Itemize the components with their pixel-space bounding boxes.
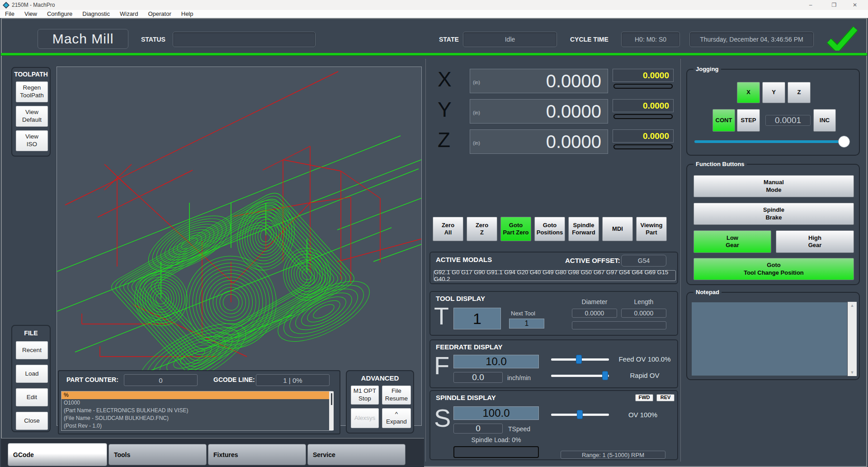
dro-z-value[interactable]: (in) 0.0000 [470,129,608,154]
spindle-fwd-button[interactable]: FWD [635,394,653,401]
dro-z-loadbar [613,144,673,149]
menu-configure[interactable]: Configure [42,10,77,18]
rapid-ov-slider-thumb[interactable] [602,371,608,380]
datetime-field: Thursday, December 04, 3:46:56 PM [689,32,814,47]
tool-t-letter: T [434,304,449,328]
view-default-button[interactable]: View Default [16,106,48,127]
m1-opt-stop-button[interactable]: M1 OPT Stop [351,386,379,405]
gcode-line-label: GCODE LINE: [213,376,255,383]
gcode-list-line[interactable]: O1000 [61,399,332,407]
maximize-button[interactable]: ❐ [824,0,844,10]
jog-cont-button[interactable]: CONT [712,109,735,132]
status-label: STATUS [141,32,165,47]
jog-axis-x-button[interactable]: X [737,82,760,103]
notepad-scrollbar[interactable]: ▲ ▼ [848,302,857,376]
manual-mode-button[interactable]: Manual Mode [693,175,854,197]
dro-x-dtg: 0.0000 [613,69,674,82]
spindle-rev-button[interactable]: REV [656,394,675,401]
gcode-list-line[interactable]: (Post Rev - 1.0) [61,422,332,430]
status-ok-checkmark-icon [826,26,858,51]
scroll-up-icon[interactable]: ▲ [848,302,857,309]
spindle-load-bar [453,446,539,458]
jog-step-button[interactable]: STEP [737,109,760,132]
spindle-brake-button[interactable]: Spindle Brake [693,203,854,225]
menu-operator[interactable]: Operator [143,10,176,18]
jog-speed-slider[interactable] [694,140,844,143]
feed-ov-label: Feed OV 100.0% [613,355,676,363]
rapid-ov-slider[interactable] [551,375,609,377]
dro-y-value[interactable]: (in) 0.0000 [470,99,608,124]
jog-axis-y-button[interactable]: Y [762,82,785,103]
tab-tools[interactable]: Tools [108,444,207,465]
mdi-button[interactable]: MDI [602,217,633,241]
jog-increment-value[interactable]: 0.0001 [765,115,811,126]
jog-speed-slider-thumb[interactable] [838,136,850,148]
spindle-forward-button[interactable]: Spindle Forward [568,217,599,241]
file-edit-button[interactable]: Edit [16,388,48,406]
spindle-display-title: SPINDLE DISPLAY [436,394,496,401]
menu-view[interactable]: View [19,10,42,18]
menu-wizard[interactable]: Wizard [115,10,143,18]
cycle-time-field: H0: M0: S0 [621,32,680,47]
tab-gcode[interactable]: GCode [8,443,107,466]
feedrate-programmed[interactable]: 10.0 [453,355,539,368]
jog-axis-z-button[interactable]: Z [788,82,811,103]
dro-z-unit: (in) [473,131,480,155]
state-field: Idle [463,32,557,47]
feed-ov-slider-thumb[interactable] [576,355,582,364]
gcode-list-scrollbar[interactable] [329,391,334,430]
expand-button[interactable]: ^ Expand [382,408,411,428]
jog-inc-button[interactable]: INC [813,109,836,132]
app-icon [3,2,9,9]
window-title: 2150M - MachPro [12,2,55,8]
function-buttons-panel: Function Buttons Manual Mode Spindle Bra… [686,164,860,285]
feed-ov-slider[interactable] [551,358,609,361]
gcode-list[interactable]: % O1000 (Part Name - ELECTRONICS BULKHEA… [61,391,333,431]
scroll-down-icon[interactable]: ▼ [848,369,857,376]
notepad-textarea[interactable] [691,302,848,376]
tool-display-title: TOOL DISPLAY [436,295,485,302]
tab-fixtures[interactable]: Fixtures [208,444,306,465]
goto-positions-button[interactable]: Goto Positions [534,217,565,241]
toolpath-panel: TOOLPATH Regen ToolPath View Default Vie… [11,67,51,157]
spindle-ov-slider[interactable] [551,414,609,416]
file-recent-button[interactable]: Recent [16,341,48,359]
feedrate-actual: 0.0 [453,372,503,383]
menu-diagnostic[interactable]: Diagnostic [77,10,115,18]
gcode-list-line[interactable]: % [61,391,332,399]
spindle-range: Range: 1 (5-1000) RPM [561,451,665,459]
viewing-part-button[interactable]: Viewing Part [636,217,667,241]
next-tool-value[interactable]: 1 [509,319,544,329]
regen-toolpath-button[interactable]: Regen ToolPath [16,81,48,102]
gcode-list-line[interactable]: (Part Name - ELECTRONICS BULKHEAD IN VIS… [61,407,332,415]
tab-service[interactable]: Service [307,444,406,465]
menu-file[interactable]: File [0,10,19,18]
minimize-button[interactable]: – [800,0,821,10]
zero-all-button[interactable]: Zero All [433,217,463,241]
alexsys-button[interactable]: Alexsys [351,408,379,428]
dro-x-letter: X [438,67,452,91]
high-gear-button[interactable]: High Gear [776,230,854,253]
close-button[interactable]: ✕ [844,0,865,10]
spindle-ov-slider-thumb[interactable] [577,410,583,419]
menu-help[interactable]: Help [176,10,198,18]
notepad-title: Notepad [693,289,722,295]
view-iso-button[interactable]: View ISO [16,130,48,151]
spindle-actual: 0 [453,424,503,434]
file-resume-button[interactable]: File Resume [382,386,411,405]
goto-part-zero-button[interactable]: Goto Part Zero [500,217,531,241]
dro-y-letter: Y [438,97,452,122]
dro-x-value[interactable]: (in) 0.0000 [470,69,608,93]
notepad-panel: Notepad ▲ ▼ [686,292,860,380]
zero-z-button[interactable]: Zero Z [467,217,497,241]
state-label: STATE [439,32,459,47]
current-tool-value[interactable]: 1 [453,308,501,329]
gcode-list-line[interactable]: (File Name - SOLIDCAM BULKHEAD.FNC) [61,415,332,422]
dro-x-unit: (in) [473,71,480,94]
spindle-programmed[interactable]: 100.0 [453,406,539,420]
goto-tool-change-button[interactable]: Goto Tool Change Position [693,258,854,280]
spindle-load-label: Spindle Load: 0% [453,436,539,443]
file-close-button[interactable]: Close [16,412,48,430]
file-load-button[interactable]: Load [16,365,48,383]
low-gear-button[interactable]: Low Gear [693,230,771,253]
